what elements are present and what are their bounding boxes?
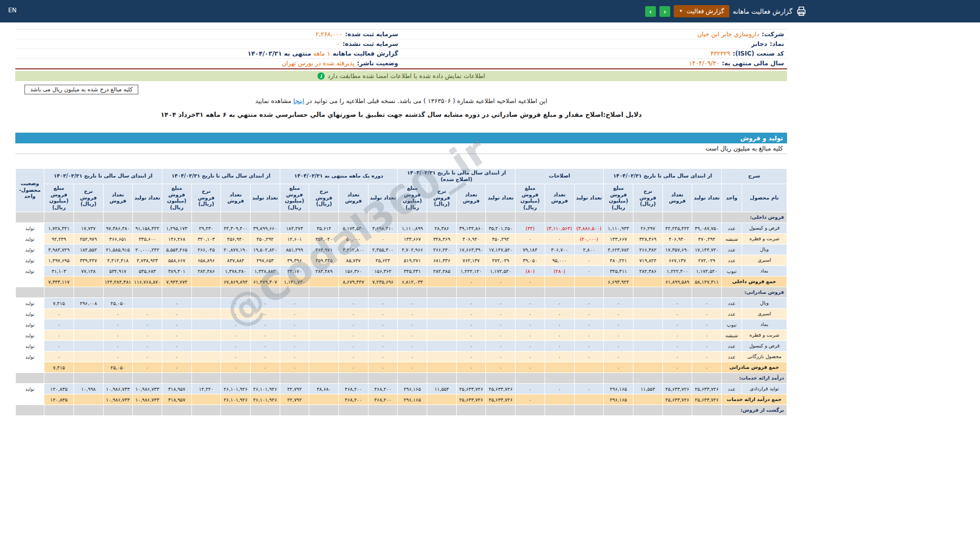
column-header: مبلغ فروش (میلیون ریال) (162, 184, 191, 212)
table-cell: ۴۵۰,۲۹۲ (250, 234, 280, 244)
table-cell (191, 394, 221, 405)
info-value: داروسازي جابر ابن حيان (697, 31, 759, 38)
table-cell (103, 405, 133, 416)
table-cell: ۴۸۰,۲۲۱ (604, 255, 633, 266)
table-cell (574, 287, 604, 298)
table-cell: ۱۲,۲۲۰ (191, 384, 221, 394)
table-cell: ۱۰,۹۸۶,۷۳۳ (103, 384, 133, 394)
table-cell (16, 373, 44, 384)
table-cell: ۲۹۷,۶۵۳ (250, 255, 280, 266)
table-cell: ۰ (486, 362, 516, 373)
table-cell: اسپری (742, 255, 787, 266)
table-row: شربت و قطرهشیشه۰۰۰۰۰۰۰۰۰۰۰۰۰۰۰۰۰۰تولید (16, 330, 787, 341)
table-cell: ۳۰۶,۷۰۰ (545, 244, 574, 255)
table-cell (633, 394, 663, 405)
table-cell: ۹۵,۰۰۰ (545, 255, 574, 266)
table-row: اسپریعدد۲۷۲,۰۲۹۶۶۷,۱۳۷۷۱۹,۸۲۴۴۸۰,۲۲۱۰۹۵,… (16, 255, 787, 266)
table-cell (427, 405, 457, 416)
table-cell: عدد (721, 341, 742, 352)
table-cell: ۰ (339, 298, 369, 309)
table-cell: ۳۹,۱۳۴,۸۶۰ (456, 223, 486, 234)
table-cell: ۰ (516, 394, 545, 405)
table-cell: ۴۷۰,۲۹۲ (692, 234, 722, 244)
table-cell: ۲۵,۶۳۳,۷۲۶ (456, 394, 486, 405)
table-row: برگشت از فروش: (16, 405, 787, 416)
production-table: شرحاز ابتدای سال مالی تا تاریخ ۱۴۰۴/۰۲/۳… (15, 168, 787, 416)
column-header: نرخ فروش (ریال) (74, 184, 103, 212)
table-cell (633, 287, 663, 298)
table-cell (74, 319, 103, 330)
table-cell: ۴,۷۳۸,۹۲۳ (133, 255, 162, 266)
table-cell: ۴۵۰,۲۹۲ (486, 234, 516, 244)
next-report-button[interactable]: › (659, 6, 670, 17)
table-cell: تولید (16, 341, 44, 352)
table-cell: ۶۸۱,۳۳۶ (427, 255, 457, 266)
table-cell: (۲۰,۰۰۰) (574, 234, 604, 244)
table-row: اسپریعدد۰۰۰۰۰۰۰۰۰۰۰۰۰۰۰۰۰۰تولید (16, 309, 787, 319)
table-cell: ۰ (221, 330, 251, 341)
column-header: تعداد فروش (339, 184, 369, 212)
table-cell: ۰ (486, 352, 516, 362)
table-cell (574, 405, 604, 416)
print-icon[interactable] (796, 6, 807, 17)
table-row: قرص و کپسولعدد۳۹,۰۸۷,۷۵۰۴۲,۲۴۵,۴۲۲۲۶,۲۹۷… (16, 223, 787, 234)
column-header: از ابتدای سال مالی تا تاریخ ۱۴۰۴/۰۳/۳۱ (162, 169, 280, 184)
table-cell (516, 287, 545, 298)
table-cell (16, 212, 44, 223)
table-cell: ۰ (545, 341, 574, 352)
table-cell (398, 405, 427, 416)
table-cell: ۲۶,۱۰۱,۹۲۶ (221, 384, 251, 394)
table-cell: ۰ (574, 255, 604, 266)
table-cell (427, 362, 457, 373)
table-cell (221, 373, 251, 384)
table-cell: فروش صادراتی: (721, 287, 787, 298)
table-cell: ۱۲,۶۰۱ (280, 234, 309, 244)
table-cell (456, 405, 486, 416)
table-cell (545, 277, 574, 287)
table-row: پمادتیوپ۱,۱۷۲,۵۲۰۱,۲۲۲,۴۰۰۲۸۲,۴۸۶۳۴۵,۳۱۱… (16, 266, 787, 277)
table-cell (309, 373, 339, 384)
table-cell (604, 373, 633, 384)
table-cell: ۴,۷۰۲,۹۶۶ (398, 244, 427, 255)
report-type-dropdown[interactable]: گزارش فعالیت ▼ (674, 5, 729, 17)
table-cell (309, 309, 339, 319)
table-cell: ۰ (516, 234, 545, 244)
table-cell: ۵۳۵,۶۸۳ (133, 266, 162, 277)
table-cell: ۰ (368, 362, 398, 373)
table-cell (191, 330, 221, 341)
table-cell: ۸۵۱,۲۹۹ (280, 244, 309, 255)
navbar-controls: ‹ › گزارش فعالیت ▼ گزارش فعالیت ماهانه (645, 0, 807, 22)
table-cell: عدد (721, 384, 742, 394)
table-cell: ۰ (133, 362, 162, 373)
table-cell (191, 352, 221, 362)
table-cell (663, 405, 692, 416)
table-cell: ۱۲۰,۸۳۵ (44, 384, 74, 394)
info-label: شرکت: (762, 31, 784, 38)
table-cell: ۴۰۶,۹۴۰ (456, 234, 486, 244)
prev-report-button[interactable]: ‹ (645, 6, 656, 17)
table-cell: ۲۲,۷۹۲ (280, 394, 309, 405)
table-cell: ۰ (456, 309, 486, 319)
language-toggle[interactable]: EN (8, 7, 17, 14)
table-cell: ۰ (692, 362, 722, 373)
table-cell: ۰ (545, 330, 574, 341)
table-cell (133, 298, 162, 309)
table-cell (633, 319, 663, 330)
table-cell (398, 373, 427, 384)
table-cell (74, 394, 103, 405)
table-cell (545, 212, 574, 223)
table-cell (368, 405, 398, 416)
table-cell (280, 212, 309, 223)
table-cell (74, 341, 103, 352)
table-cell: ۰ (133, 330, 162, 341)
table-cell (633, 341, 663, 352)
table-cell: ۱۰,۹۹۸ (74, 384, 103, 394)
table-cell (221, 212, 251, 223)
table-cell: شیشه (721, 330, 742, 341)
previous-version-link[interactable]: اینجا (293, 97, 305, 105)
info-suffix: منتهی به ۱۴۰۴/۰۳/۳۱ (248, 50, 311, 57)
table-cell: ۸,۶۷۹,۴۴۷ (339, 277, 369, 287)
table-cell: ۰ (398, 309, 427, 319)
table-cell: ۰ (280, 330, 309, 341)
table-cell (339, 212, 369, 223)
